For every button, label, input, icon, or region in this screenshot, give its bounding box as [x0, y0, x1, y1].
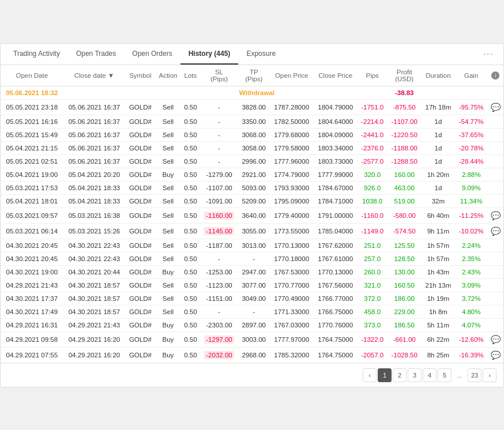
duration-cell: 8h 25m: [422, 347, 455, 363]
symbol-cell: GOLD#: [125, 99, 155, 115]
page-23-button[interactable]: 23: [468, 368, 482, 382]
close-price-cell: 1791.00000: [314, 208, 358, 223]
duration-cell: 1h 8m: [422, 305, 455, 318]
info-icon[interactable]: i: [491, 71, 499, 80]
sl-cell: -: [200, 305, 238, 318]
profit-cell: -1188.00: [388, 141, 422, 154]
lots-cell: 0.50: [181, 181, 201, 194]
trading-panel: Trading Activity Open Trades Open Orders…: [0, 43, 504, 387]
open-price-cell: 1770.49000: [270, 292, 314, 305]
gain-cell: 9.09%: [455, 181, 487, 194]
sl-cell: Withdrawal: [200, 86, 314, 99]
symbol-cell: GOLD#: [125, 128, 155, 141]
open-price-cell: 1773.55000: [270, 223, 314, 239]
pips-cell: 320.0: [358, 168, 388, 181]
tab-open-orders[interactable]: Open Orders: [124, 44, 180, 65]
sl-cell: -: [200, 154, 238, 168]
action-cell: Sell: [155, 154, 180, 168]
action-cell: Buy: [155, 347, 180, 363]
action-cell: Buy: [155, 331, 180, 347]
open-date-cell: 04.30.2021 20:45: [1, 239, 63, 252]
prev-page-button[interactable]: ‹: [363, 368, 377, 382]
comment-cell: [487, 239, 503, 252]
comment-icon[interactable]: 💬: [491, 227, 501, 236]
page-3-button[interactable]: 3: [408, 368, 422, 382]
table-header-row: Open Date Close date ▼ Symbol Action Lot…: [1, 65, 503, 86]
comment-icon[interactable]: 💬: [491, 211, 501, 220]
open-date-cell: 04.30.2021 17:37: [1, 292, 63, 305]
close-price-cell: 1804.09000: [314, 128, 358, 141]
close-date-cell: 04.30.2021 18:57: [63, 292, 126, 305]
page-4-button[interactable]: 4: [423, 368, 437, 382]
tp-cell: -: [238, 252, 270, 265]
lots-cell: 0.50: [181, 239, 201, 252]
close-date-cell: 05.03.2021 15:26: [63, 223, 126, 239]
action-cell: Sell: [155, 252, 180, 265]
open-date-cell: 05.05.2021 16:16: [1, 115, 63, 128]
pips-cell: 373.0: [358, 318, 388, 331]
tp-cell: 3058.00: [238, 141, 270, 154]
profit-cell: 128.50: [388, 252, 422, 265]
duration-cell: 1d: [422, 128, 455, 141]
close-price-cell: 1784.67000: [314, 181, 358, 194]
open-date-cell: 04.29.2021 16:31: [1, 318, 63, 331]
page-2-button[interactable]: 2: [393, 368, 407, 382]
action-cell: Sell: [155, 305, 180, 318]
duration-cell: 6h 40m: [422, 208, 455, 223]
tab-trading-activity[interactable]: Trading Activity: [5, 44, 68, 65]
symbol-cell: GOLD#: [125, 115, 155, 128]
lots-cell: 0.50: [181, 278, 201, 292]
open-date-cell: 04.30.2021 17:49: [1, 305, 63, 318]
duration-cell: 1h 43m: [422, 265, 455, 278]
tp-cell: 3013.00: [238, 239, 270, 252]
tp-cell: 2921.00: [238, 168, 270, 181]
open-date-cell: 05.04.2021 19:00: [1, 168, 63, 181]
table-row: 04.30.2021 17:37 04.30.2021 18:57 GOLD# …: [1, 292, 503, 305]
tab-open-trades[interactable]: Open Trades: [68, 44, 124, 65]
tp-cell: 5209.00: [238, 194, 270, 208]
col-close-date[interactable]: Close date ▼: [63, 65, 126, 86]
comment-cell: 💬: [487, 223, 503, 239]
open-price-cell: 1782.50000: [270, 115, 314, 128]
page-5-button[interactable]: 5: [438, 368, 452, 382]
comment-icon[interactable]: 💬: [491, 350, 501, 360]
duration-cell: 17h 18m: [422, 99, 455, 115]
action-cell: Sell: [155, 278, 180, 292]
pagination: ‹ 1 2 3 4 5 ... 23 ›: [1, 363, 503, 387]
pips-cell: [358, 86, 388, 99]
tp-cell: -: [238, 305, 270, 318]
more-options-button[interactable]: ···: [479, 44, 499, 64]
close-price-cell: 1804.64000: [314, 115, 358, 128]
symbol-cell: GOLD#: [125, 208, 155, 223]
next-page-button[interactable]: ›: [483, 368, 497, 382]
open-date-cell: 05.03.2021 17:53: [1, 181, 63, 194]
page-1-button[interactable]: 1: [378, 368, 392, 382]
comment-icon[interactable]: 💬: [491, 103, 501, 112]
pips-cell: -2057.0: [358, 347, 388, 363]
pips-cell: -1751.0: [358, 99, 388, 115]
col-open-date: Open Date: [1, 65, 63, 86]
tab-exposure[interactable]: Exposure: [238, 44, 284, 65]
comment-cell: [487, 318, 503, 331]
pips-cell: 321.0: [358, 278, 388, 292]
tab-bar: Trading Activity Open Trades Open Orders…: [1, 44, 503, 65]
tab-history[interactable]: History (445): [180, 44, 239, 65]
action-cell: [155, 86, 180, 99]
table-row: 05.05.2021 15:49 05.06.2021 16:37 GOLD# …: [1, 128, 503, 141]
table-row: 05.04.2021 19:00 05.04.2021 20:20 GOLD# …: [1, 168, 503, 181]
close-date-cell: 05.06.2021 16:37: [63, 115, 126, 128]
profit-cell: 186.50: [388, 318, 422, 331]
profit-cell: -1288.50: [388, 154, 422, 168]
col-action: Action: [155, 65, 180, 86]
comment-icon[interactable]: 💬: [491, 335, 501, 344]
action-cell: Sell: [155, 115, 180, 128]
gain-cell: 2.24%: [455, 239, 487, 252]
profit-cell: 130.00: [388, 265, 422, 278]
lots-cell: 0.50: [181, 318, 201, 331]
profit-cell: -875.50: [388, 99, 422, 115]
close-date-cell: 04.30.2021 20:44: [63, 265, 126, 278]
close-price-cell: 1803.34000: [314, 141, 358, 154]
gain-cell: 11.34%: [455, 194, 487, 208]
profit-cell: -38.83: [388, 86, 422, 99]
comment-cell: [487, 141, 503, 154]
